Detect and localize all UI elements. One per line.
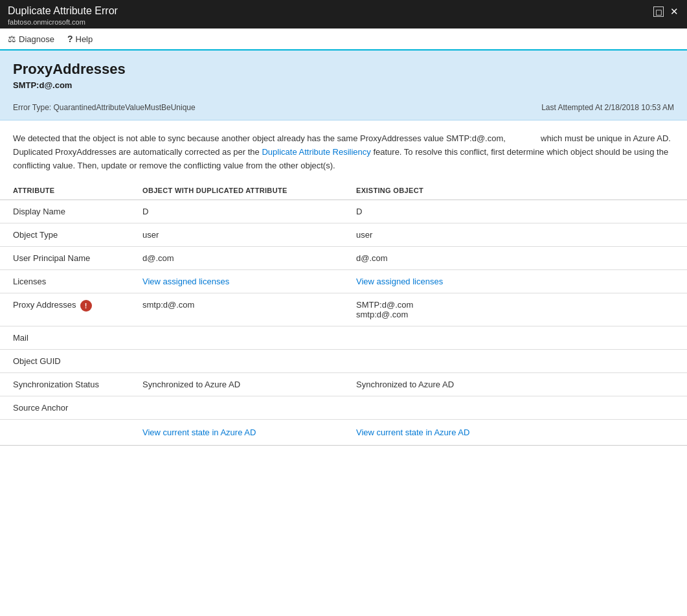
cell-attribute: Proxy Addresses! (0, 293, 130, 326)
cell-attribute: Source Anchor (0, 396, 130, 420)
attributes-table: ATTRIBUTE OBJECT WITH DUPLICATED ATTRIBU… (0, 181, 687, 446)
cell-duplicated (130, 326, 343, 350)
view-current-state-dup-link[interactable]: View current state in Azure AD (142, 428, 256, 437)
attribute-title: ProxyAddresses (13, 61, 674, 78)
view-licenses-link-dup[interactable]: View assigned licenses (142, 277, 229, 286)
cell-existing: user (343, 223, 687, 247)
restore-button[interactable]: ◻ (653, 6, 664, 17)
main-content: ProxyAddresses SMTP:d@.com Error Type: Q… (0, 51, 687, 615)
footer-link-existing-cell: View current state in Azure AD (343, 420, 687, 446)
cell-attribute: Display Name (0, 200, 130, 223)
cell-attribute: Object Type (0, 223, 130, 247)
cell-existing (343, 396, 687, 420)
duplicate-attribute-resiliency-link[interactable]: Duplicate Attribute Resiliency (262, 147, 370, 157)
cell-attribute: Synchronization Status (0, 373, 130, 396)
table-row: Object GUID (0, 350, 687, 373)
error-icon: ! (80, 300, 92, 312)
cell-duplicated (130, 350, 343, 373)
col-header-existing: EXISTING OBJECT (343, 181, 687, 200)
cell-duplicated: d@.com (130, 247, 343, 270)
col-header-duplicated: OBJECT WITH DUPLICATED ATTRIBUTE (130, 181, 343, 200)
table-row: Source Anchor (0, 396, 687, 420)
attribute-value: SMTP:d@.com (13, 80, 674, 90)
window-subtitle: fabtoso.onmicrosoft.com (8, 18, 118, 26)
attribute-header: ProxyAddresses SMTP:d@.com Error Type: Q… (0, 51, 687, 120)
view-current-state-ex-link[interactable]: View current state in Azure AD (356, 428, 469, 437)
table-footer-row: View current state in Azure ADView curre… (0, 420, 687, 446)
cell-existing (343, 326, 687, 350)
table-row: LicensesView assigned licensesView assig… (0, 270, 687, 293)
table-row: User Principal Named@.comd@.com (0, 247, 687, 270)
help-button[interactable]: ? Help (67, 34, 93, 44)
table-row: Proxy Addresses!smtp:d@.comSMTP:d@.comsm… (0, 293, 687, 326)
cell-existing (343, 350, 687, 373)
title-bar: Duplicate Attribute Error fabtoso.onmicr… (0, 0, 687, 29)
cell-duplicated: View assigned licenses (130, 270, 343, 293)
cell-existing: d@.com (343, 247, 687, 270)
cell-attribute: Mail (0, 326, 130, 350)
window-controls: ◻ ✕ (653, 6, 679, 17)
diagnose-button[interactable]: ⚖ Diagnose (8, 34, 54, 44)
cell-existing: D (343, 200, 687, 223)
diagnose-label: Diagnose (19, 34, 54, 44)
cell-duplicated: user (130, 223, 343, 247)
table-row: Synchronization StatusSynchronized to Az… (0, 373, 687, 396)
cell-duplicated (130, 396, 343, 420)
footer-link-duplicated-cell: View current state in Azure AD (130, 420, 343, 446)
window-title: Duplicate Attribute Error (8, 5, 118, 17)
table-row: Display NameDD (0, 200, 687, 223)
help-icon: ? (67, 34, 73, 44)
view-licenses-link-ex[interactable]: View assigned licenses (356, 277, 443, 286)
col-header-attribute: ATTRIBUTE (0, 181, 130, 200)
error-type: Error Type: QuarantinedAttributeValueMus… (13, 103, 196, 112)
footer-empty-cell (0, 420, 130, 446)
toolbar: ⚖ Diagnose ? Help (0, 29, 687, 51)
cell-attribute: User Principal Name (0, 247, 130, 270)
diagnose-icon: ⚖ (8, 34, 16, 44)
cell-existing: Synchronized to Azure AD (343, 373, 687, 396)
table-header-row: ATTRIBUTE OBJECT WITH DUPLICATED ATTRIBU… (0, 181, 687, 200)
attribute-meta: Error Type: QuarantinedAttributeValueMus… (13, 103, 674, 112)
description-block: We detected that the object is not able … (0, 120, 687, 181)
cell-duplicated: Synchronized to Azure AD (130, 373, 343, 396)
table-row: Mail (0, 326, 687, 350)
cell-existing: View assigned licenses (343, 270, 687, 293)
cell-duplicated: D (130, 200, 343, 223)
cell-duplicated: smtp:d@.com (130, 293, 343, 326)
cell-attribute: Licenses (0, 270, 130, 293)
table-row: Object Typeuseruser (0, 223, 687, 247)
close-button[interactable]: ✕ (669, 6, 679, 17)
attribute-label: Proxy Addresses (13, 301, 76, 310)
cell-attribute: Object GUID (0, 350, 130, 373)
help-label: Help (76, 34, 93, 44)
cell-existing: SMTP:d@.comsmtp:d@.com (343, 293, 687, 326)
last-attempted: Last Attempted At 2/18/2018 10:53 AM (541, 103, 674, 112)
